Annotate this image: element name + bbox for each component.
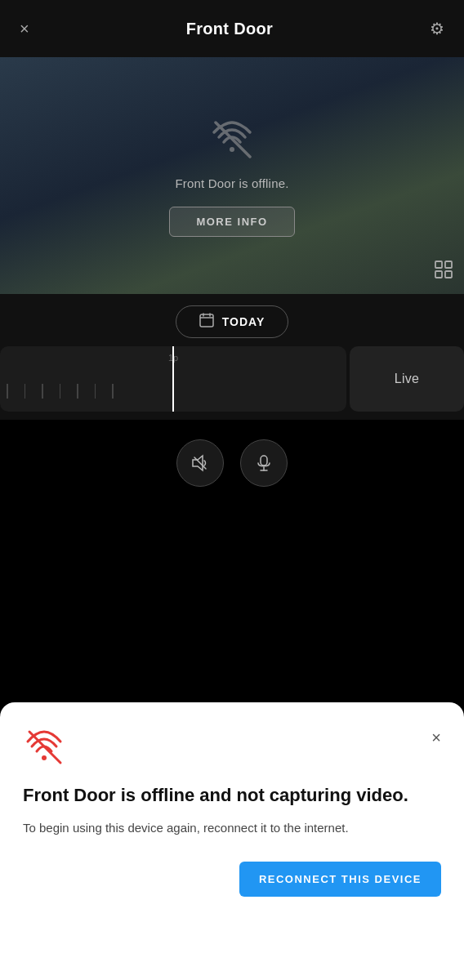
app-header: × Front Door ⚙ [0, 0, 464, 57]
svg-rect-12 [261, 456, 267, 466]
sheet-title: Front Door is offline and not capturing … [23, 784, 441, 808]
camera-view: Front Door is offline. MORE INFO [0, 57, 464, 294]
svg-rect-5 [445, 271, 452, 278]
timeline-section: 1p Live [0, 346, 464, 420]
svg-line-11 [194, 457, 206, 469]
live-button[interactable]: Live [350, 346, 464, 412]
offline-wifi-icon [207, 114, 257, 163]
microphone-button[interactable] [240, 439, 288, 487]
close-icon[interactable]: × [20, 20, 29, 38]
sheet-body: To begin using this device again, reconn… [23, 819, 441, 838]
more-info-button[interactable]: MORE INFO [169, 207, 294, 237]
speaker-button[interactable] [176, 439, 224, 487]
calendar-icon [199, 313, 214, 331]
sheet-header: × [23, 725, 441, 768]
fullscreen-icon[interactable] [435, 261, 453, 283]
tick-7 [112, 384, 114, 399]
svg-rect-2 [435, 261, 442, 268]
live-label: Live [395, 372, 420, 386]
timeline-scrubber[interactable]: 1p [0, 346, 346, 412]
svg-rect-3 [445, 261, 452, 268]
svg-point-15 [42, 755, 47, 760]
svg-rect-6 [200, 314, 213, 327]
tick-4 [60, 384, 61, 399]
bottom-sheet: × Front Door is offline and not capturin… [0, 702, 464, 980]
tick-3 [42, 384, 43, 399]
reconnect-button[interactable]: RECONNECT THIS DEVICE [239, 862, 441, 897]
today-bar: TODAY [0, 294, 464, 346]
sheet-offline-wifi-icon [23, 725, 65, 768]
offline-message: Front Door is offline. [175, 176, 288, 190]
page-title: Front Door [186, 20, 273, 38]
timeline-cursor [172, 346, 174, 412]
black-spacer [0, 511, 464, 593]
tick-6 [95, 384, 96, 399]
today-label: TODAY [222, 315, 265, 328]
svg-rect-4 [435, 271, 442, 278]
settings-icon[interactable]: ⚙ [430, 19, 444, 38]
sheet-close-icon[interactable]: × [431, 728, 441, 747]
today-pill[interactable]: TODAY [176, 305, 288, 338]
tick-2 [25, 384, 26, 399]
svg-point-0 [230, 147, 234, 152]
tick-1 [7, 384, 8, 399]
controls-section [0, 420, 464, 511]
tick-5 [77, 384, 78, 399]
